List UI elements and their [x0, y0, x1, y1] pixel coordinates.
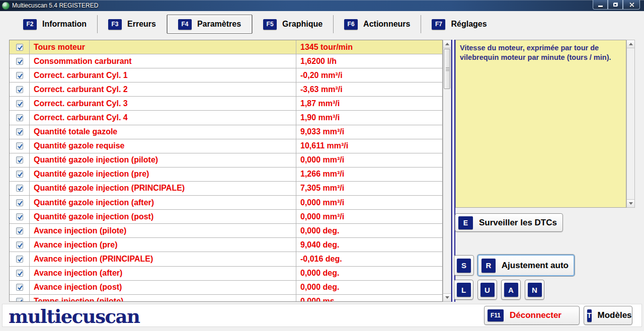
l-key-button[interactable]: L	[454, 280, 473, 300]
checkmark-icon	[17, 172, 23, 178]
row-checkbox[interactable]	[16, 241, 23, 249]
checkmark-icon	[17, 115, 23, 121]
table-row[interactable]: Quantité totale gazole 9,033 mm³/i	[10, 125, 442, 139]
auto-adjust-button[interactable]: R Ajustement auto	[477, 255, 575, 276]
tab-reglages[interactable]: F7 Réglages	[421, 15, 497, 34]
table-row[interactable]: Avance injection (pilote) 0,000 deg.	[10, 224, 442, 238]
row-check-cell	[10, 224, 30, 237]
table-row[interactable]: Quantité gazole injection (after) 0,000 …	[10, 196, 442, 210]
parameter-name: Consommation carburant	[30, 54, 296, 68]
table-row[interactable]: Quantité gazole injection (pilote) 0,000…	[10, 153, 442, 168]
key-badge-t: T	[587, 309, 592, 322]
row-check-cell	[10, 168, 30, 181]
checkmark-icon	[17, 101, 23, 107]
row-checkbox[interactable]	[16, 284, 23, 291]
table-row[interactable]: Quantité gazole requise 10,611 mm³/i	[10, 139, 442, 153]
parameter-name: Quantité gazole injection (pilote)	[30, 153, 296, 167]
table-scrollbar[interactable]	[443, 40, 451, 302]
checkmark-icon	[17, 186, 23, 192]
tab-parametres[interactable]: F4 Paramètres	[167, 15, 252, 34]
key-badge-a: A	[504, 283, 518, 297]
row-checkbox[interactable]	[16, 185, 23, 192]
table-row[interactable]: Quantité gazole injection (pre) 1,266 mm…	[10, 168, 442, 182]
table-row[interactable]: Correct. carburant Cyl. 3 1,87 mm³/i	[10, 97, 442, 111]
table-row[interactable]: Quantité gazole injection (PRINCIPALE) 7…	[10, 182, 442, 196]
tab-label: Paramètres	[197, 20, 241, 29]
row-check-cell	[10, 252, 30, 266]
row-checkbox[interactable]	[16, 86, 23, 93]
parameters-table-body: Tours moteur 1345 tour/min Consommation …	[10, 40, 442, 302]
row-checkbox[interactable]	[16, 58, 23, 65]
row-checkbox[interactable]	[16, 270, 23, 277]
app-icon	[2, 2, 10, 10]
table-row[interactable]: Quantité gazole injection (post) 0,000 m…	[10, 210, 442, 224]
table-row[interactable]: Consommation carburant 1,6200 l/h	[10, 54, 442, 68]
row-checkbox[interactable]	[16, 142, 23, 149]
row-checkbox[interactable]	[16, 44, 23, 51]
scrollbar-thumb[interactable]	[444, 49, 450, 89]
parameter-name: Avance injection (PRINCIPALE)	[30, 252, 296, 266]
row-checkbox[interactable]	[16, 213, 23, 220]
table-row[interactable]: Tours moteur 1345 tour/min	[10, 40, 442, 54]
tab-label: Graphique	[282, 20, 323, 29]
parameter-name: Quantité gazole injection (post)	[30, 210, 296, 223]
scroll-up-button[interactable]	[627, 40, 634, 48]
table-row[interactable]: Avance injection (after) 0,000 deg.	[10, 267, 442, 281]
s-key-button[interactable]: S	[454, 255, 474, 276]
table-row[interactable]: Correct. carburant Cyl. 1 -0,20 mm³/i	[10, 68, 442, 82]
tab-actionneurs[interactable]: F6 Actionneurs	[334, 15, 421, 34]
row-checkbox[interactable]	[16, 256, 23, 263]
table-row[interactable]: Correct. carburant Cyl. 4 1,90 mm³/i	[10, 111, 442, 125]
parameter-name: Correct. carburant Cyl. 1	[30, 68, 296, 82]
u-key-button[interactable]: U	[477, 280, 497, 300]
scroll-down-button[interactable]	[443, 293, 451, 301]
close-button[interactable]	[623, 0, 640, 10]
tab-key-badge: F7	[432, 19, 445, 30]
parameter-name: Avance injection (pre)	[30, 238, 296, 252]
button-label: Surveiller les DTCs	[479, 218, 557, 228]
minimize-button[interactable]	[593, 0, 608, 10]
table-row[interactable]: Avance injection (post) 0,000 deg.	[10, 281, 442, 295]
restore-button[interactable]	[608, 0, 623, 10]
tab-erreurs[interactable]: F3 Erreurs	[98, 15, 167, 34]
tab-information[interactable]: F2 Information	[13, 15, 97, 34]
checkmark-icon	[17, 200, 23, 206]
monitor-dtcs-button[interactable]: E Surveiller les DTCs	[455, 213, 563, 232]
row-checkbox[interactable]	[16, 128, 23, 135]
disconnect-button[interactable]: F11 Déconnecter	[484, 306, 580, 325]
parameter-value: 1,90 mm³/i	[296, 111, 442, 124]
row-checkbox[interactable]	[16, 171, 23, 178]
row-checkbox[interactable]	[16, 156, 23, 163]
table-row[interactable]: Avance injection (pre) 9,040 deg.	[10, 238, 442, 252]
row-checkbox[interactable]	[16, 114, 23, 121]
row-checkbox[interactable]	[16, 199, 23, 206]
checkmark-icon	[17, 228, 23, 234]
scroll-down-button[interactable]	[627, 199, 634, 207]
a-key-button[interactable]: A	[501, 280, 521, 300]
row-check-cell	[10, 153, 30, 167]
tab-key-badge: F6	[344, 19, 358, 30]
models-button[interactable]: T Modèles	[584, 306, 632, 325]
row-checkbox[interactable]	[16, 100, 23, 107]
tab-graphique[interactable]: F5 Graphique	[253, 15, 333, 34]
n-key-button[interactable]: N	[525, 280, 544, 300]
row-checkbox[interactable]	[16, 298, 23, 302]
parameter-value: -3,63 mm³/i	[296, 82, 442, 96]
row-checkbox[interactable]	[16, 227, 23, 234]
tab-key-badge: F5	[263, 19, 277, 30]
table-row[interactable]: Correct. carburant Cyl. 2 -3,63 mm³/i	[10, 82, 442, 97]
parameter-name: Avance injection (pilote)	[30, 224, 296, 237]
table-row[interactable]: Temps injection (pilote) 0,000 ms	[10, 295, 442, 302]
key-badge-n: N	[528, 283, 542, 297]
description-scrollbar[interactable]	[626, 40, 635, 208]
checkmark-icon	[17, 271, 23, 277]
scroll-up-button[interactable]	[443, 40, 451, 48]
parameter-value: 0,000 deg.	[296, 281, 442, 294]
table-row[interactable]: Avance injection (PRINCIPALE) -0,016 deg…	[10, 252, 442, 266]
parameter-value: 9,033 mm³/i	[296, 125, 442, 139]
row-check-cell	[10, 40, 30, 54]
parameter-value: 1,266 mm³/i	[296, 168, 442, 181]
row-check-cell	[10, 196, 30, 209]
row-checkbox[interactable]	[16, 72, 23, 79]
tab-label: Information	[42, 20, 87, 29]
